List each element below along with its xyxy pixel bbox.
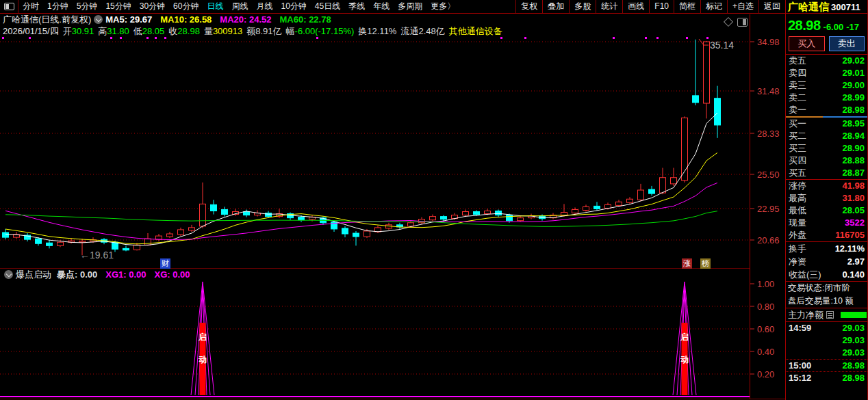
chevron-down-icon[interactable] bbox=[94, 15, 103, 24]
candle-up bbox=[616, 202, 622, 205]
main-chart-canvas: 34.9831.4828.3325.5022.9520.661.000.800.… bbox=[0, 0, 868, 400]
sell-button[interactable]: 卖出 bbox=[829, 36, 865, 51]
signal-dot bbox=[613, 37, 615, 39]
stat-row-1: 最高31.80 bbox=[786, 192, 867, 204]
ask-row-3: 卖二28.99 bbox=[786, 92, 867, 104]
trade-status-block: 交易状态:闭市阶盘后交易量:10 额 bbox=[786, 281, 867, 308]
candle-down bbox=[244, 212, 250, 215]
stat-row-3: 现量3522 bbox=[786, 217, 867, 229]
tick-price: 28.98 bbox=[842, 360, 865, 371]
axis-label: 0.60 bbox=[757, 324, 774, 334]
candle-up bbox=[518, 218, 524, 221]
ask-row-4: 卖一28.98 bbox=[786, 104, 867, 116]
bid-row-0: 买一28.95 bbox=[786, 118, 867, 130]
chart-tag-0[interactable]: 财 bbox=[160, 258, 170, 269]
signal-dot bbox=[155, 37, 157, 39]
ask-row-label: 卖三 bbox=[789, 79, 806, 92]
info-field-value: 8.91亿 bbox=[255, 26, 281, 36]
info-field-label: 流通 bbox=[400, 26, 418, 36]
candle-up bbox=[627, 199, 633, 202]
tick-time: 15:00 bbox=[789, 360, 811, 371]
stat-row-4: 外盘116705 bbox=[786, 229, 867, 241]
industry-label[interactable]: 其他通信设备 bbox=[449, 26, 502, 36]
main-flow-row[interactable]: 主力净额 bbox=[786, 308, 867, 322]
ask-row-label: 卖四 bbox=[789, 67, 806, 79]
signal-spike: 启动 bbox=[191, 282, 214, 395]
stat-row-value: 3522 bbox=[845, 217, 865, 229]
signal-dot bbox=[645, 37, 647, 39]
info-field-value: 30.91 bbox=[72, 26, 94, 36]
candle-up bbox=[145, 239, 151, 245]
signal-dot bbox=[110, 37, 112, 39]
axis-label: 25.50 bbox=[757, 170, 780, 180]
candle-up bbox=[583, 206, 589, 210]
bid-levels: 买一28.95买二28.94买三28.90买四28.88买五28.87 bbox=[786, 118, 867, 179]
candle-up bbox=[79, 241, 86, 242]
info-field-1: 高31.80 bbox=[98, 26, 129, 36]
stat-row-value: 116705 bbox=[835, 229, 865, 241]
candle-down bbox=[36, 239, 42, 243]
candle-down bbox=[507, 215, 513, 221]
trade-buttons: 买入 卖出 bbox=[786, 34, 867, 55]
indicator-collapse-icon[interactable] bbox=[4, 270, 13, 279]
chart-title: 广哈通信(日线.前复权) bbox=[3, 14, 91, 25]
signal-bar-label: 启 bbox=[680, 332, 689, 342]
info-field-0: 开30.91 bbox=[63, 26, 94, 36]
indicator-field-0: 暴点: 0.00 bbox=[57, 269, 97, 280]
signal-bar-label: 动 bbox=[680, 355, 689, 364]
indicator-name[interactable]: 爆点启动 bbox=[16, 269, 51, 280]
axis-label: 20.66 bbox=[757, 235, 780, 245]
bid-row-label: 买二 bbox=[789, 130, 806, 142]
ratio-value: 12.11% bbox=[835, 242, 865, 255]
axis-label: 0.40 bbox=[757, 347, 774, 357]
info-field-value: 31.80 bbox=[107, 26, 129, 36]
info-field-label: 收 bbox=[168, 26, 177, 36]
tick-price: 29.03 bbox=[842, 334, 865, 347]
panel-layout-icon[interactable] bbox=[737, 18, 748, 27]
candle-up bbox=[671, 178, 677, 184]
tick-row-2: 29.03 bbox=[786, 347, 867, 359]
signal-dot bbox=[2, 37, 4, 39]
app-window: 分时1分钟5分钟15分钟30分钟60分钟日线周线月线10分钟45日线季线年线多周… bbox=[0, 0, 868, 400]
ask-row-label: 卖二 bbox=[789, 92, 806, 104]
axis-label: 0.80 bbox=[757, 302, 774, 312]
chart-tag-2[interactable]: 榜 bbox=[700, 258, 711, 269]
info-field-value: 12.11% bbox=[367, 26, 396, 36]
info-field-8: 流通2.48亿 bbox=[400, 26, 444, 36]
info-field-4: 量300913 bbox=[204, 26, 242, 36]
candle-up bbox=[638, 190, 644, 200]
stat-row-label: 现量 bbox=[789, 217, 806, 229]
info-field-7: 换12.11% bbox=[358, 26, 396, 36]
info-field-label: 开 bbox=[63, 26, 72, 36]
bid-row-label: 买五 bbox=[789, 167, 806, 179]
candle-up bbox=[178, 230, 184, 235]
buy-button[interactable]: 买入 bbox=[789, 36, 825, 51]
bid-row-label: 买一 bbox=[789, 118, 806, 130]
main-flow-label: 主力净额 bbox=[788, 308, 824, 322]
price-change: -6.00 bbox=[824, 22, 844, 32]
signal-dot bbox=[146, 37, 149, 39]
ratios-block: 换手12.11%净资2.97收益(三)0.140 bbox=[786, 241, 867, 281]
ratio-label: 净资 bbox=[789, 255, 806, 268]
signal-bar-label: 动 bbox=[199, 355, 207, 364]
stock-name-row[interactable]: 广哈通信300711 bbox=[786, 0, 867, 14]
ma20-line bbox=[5, 183, 717, 239]
price-row: 28.98-6.00-17 bbox=[786, 14, 867, 34]
last-price: 28.98 bbox=[788, 18, 821, 33]
signal-dot bbox=[29, 37, 31, 39]
info-field-label: 量 bbox=[204, 26, 213, 36]
tick-row-3: 15:0028.98 bbox=[786, 359, 867, 371]
ratio-row-0: 换手12.11% bbox=[786, 242, 867, 255]
chart-tag-1[interactable]: 涨 bbox=[682, 258, 692, 269]
ask-row-value: 29.02 bbox=[842, 55, 865, 67]
tick-price: 28.98 bbox=[842, 372, 865, 384]
info-field-value: -6.00(-17.15%) bbox=[295, 26, 355, 36]
bid-row-value: 28.87 bbox=[842, 167, 865, 179]
candle-down bbox=[47, 243, 53, 245]
ma-labels: MA5: 29.67MA10: 26.58MA20: 24.52MA60: 22… bbox=[105, 14, 339, 25]
candle-up bbox=[704, 42, 710, 103]
date-label: 2026/01/15/四 bbox=[3, 26, 59, 36]
stats-block: 涨停41.98最高31.80最低28.05现量3522外盘116705 bbox=[786, 179, 867, 241]
tick-row-0: 14:5929.03 bbox=[786, 322, 867, 334]
candle-up bbox=[156, 236, 162, 239]
